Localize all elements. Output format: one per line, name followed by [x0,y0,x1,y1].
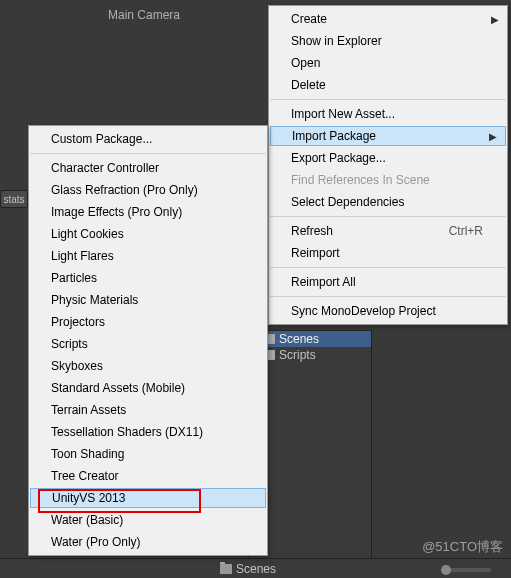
submenu-item-water-basic[interactable]: Water (Basic) [29,509,267,531]
submenu-item-water-pro-only[interactable]: Water (Pro Only) [29,531,267,553]
menu-item-reimport-all[interactable]: Reimport All [269,271,507,293]
menu-item-label: Character Controller [51,161,159,175]
submenu-item-image-effects-pro-only[interactable]: Image Effects (Pro Only) [29,201,267,223]
menu-item-show-in-explorer[interactable]: Show in Explorer [269,30,507,52]
submenu-item-particles[interactable]: Particles [29,267,267,289]
menu-item-create[interactable]: Create▶ [269,8,507,30]
menu-item-shortcut: Ctrl+R [419,224,483,238]
menu-item-reimport[interactable]: Reimport [269,242,507,264]
submenu-item-light-cookies[interactable]: Light Cookies [29,223,267,245]
menu-item-import-package[interactable]: Import Package▶ [270,126,506,146]
submenu-item-standard-assets-mobile[interactable]: Standard Assets (Mobile) [29,377,267,399]
menu-item-label: Select Dependencies [291,195,404,209]
menu-item-label: Open [291,56,320,70]
folder-icon [220,564,232,574]
menu-item-label: Refresh [291,224,333,238]
context-menu-import-package: Custom Package...Character ControllerGla… [28,125,268,556]
menu-separator [270,99,506,100]
menu-item-label: Tree Creator [51,469,119,483]
zoom-slider[interactable] [441,568,491,572]
menu-item-label: Toon Shading [51,447,124,461]
submenu-item-projectors[interactable]: Projectors [29,311,267,333]
menu-item-label: Reimport All [291,275,356,289]
menu-item-refresh[interactable]: RefreshCtrl+R [269,220,507,242]
menu-separator [30,153,266,154]
submenu-arrow-icon: ▶ [489,131,497,142]
menu-item-label: Import Package [292,129,376,143]
menu-item-open[interactable]: Open [269,52,507,74]
submenu-item-tessellation-shaders-dx11[interactable]: Tessellation Shaders (DX11) [29,421,267,443]
submenu-item-skyboxes[interactable]: Skyboxes [29,355,267,377]
menu-item-sync-monodevelop-project[interactable]: Sync MonoDevelop Project [269,300,507,322]
submenu-item-physic-materials[interactable]: Physic Materials [29,289,267,311]
menu-item-delete[interactable]: Delete [269,74,507,96]
menu-item-label: Particles [51,271,97,285]
submenu-item-unityvs-2013[interactable]: UnityVS 2013 [30,488,266,508]
menu-item-label: Create [291,12,327,26]
menu-item-label: Projectors [51,315,105,329]
menu-separator [270,267,506,268]
submenu-item-scripts[interactable]: Scripts [29,333,267,355]
submenu-arrow-icon: ▶ [491,14,499,25]
menu-item-label: Image Effects (Pro Only) [51,205,182,219]
menu-separator [270,216,506,217]
menu-item-label: Standard Assets (Mobile) [51,381,185,395]
menu-item-label: Reimport [291,246,340,260]
bottom-bar: Scenes [0,558,511,578]
submenu-item-glass-refraction-pro-only[interactable]: Glass Refraction (Pro Only) [29,179,267,201]
menu-item-label: Tessellation Shaders (DX11) [51,425,203,439]
breadcrumb-path[interactable]: Scenes [236,562,276,576]
stats-button[interactable]: stats [0,190,28,208]
menu-item-label: Scripts [51,337,88,351]
submenu-item-tree-creator[interactable]: Tree Creator [29,465,267,487]
submenu-item-character-controller[interactable]: Character Controller [29,157,267,179]
submenu-item-light-flares[interactable]: Light Flares [29,245,267,267]
menu-item-label: Find References In Scene [291,173,430,187]
menu-item-label: Delete [291,78,326,92]
menu-item-label: Light Cookies [51,227,124,241]
menu-separator [270,296,506,297]
menu-item-label: Light Flares [51,249,114,263]
folder-label: Scripts [279,348,316,362]
folder-label: Scenes [279,332,319,346]
menu-item-label: Sync MonoDevelop Project [291,304,436,318]
menu-item-label: UnityVS 2013 [52,491,125,505]
menu-item-label: Glass Refraction (Pro Only) [51,183,198,197]
watermark: @51CTO博客 [422,538,503,556]
menu-item-label: Water (Pro Only) [51,535,141,549]
hierarchy-item-main-camera[interactable]: Main Camera [108,8,180,22]
menu-item-label: Physic Materials [51,293,138,307]
zoom-slider-thumb[interactable] [441,565,451,575]
menu-item-label: Terrain Assets [51,403,126,417]
submenu-item-terrain-assets[interactable]: Terrain Assets [29,399,267,421]
menu-item-label: Export Package... [291,151,386,165]
menu-item-find-references-in-scene: Find References In Scene [269,169,507,191]
menu-item-label: Custom Package... [51,132,152,146]
menu-item-select-dependencies[interactable]: Select Dependencies [269,191,507,213]
submenu-item-custom-package[interactable]: Custom Package... [29,128,267,150]
menu-item-label: Water (Basic) [51,513,123,527]
menu-item-label: Show in Explorer [291,34,382,48]
menu-item-label: Import New Asset... [291,107,395,121]
submenu-item-toon-shading[interactable]: Toon Shading [29,443,267,465]
menu-item-import-new-asset[interactable]: Import New Asset... [269,103,507,125]
menu-item-export-package[interactable]: Export Package... [269,147,507,169]
context-menu-main: Create▶Show in ExplorerOpenDeleteImport … [268,5,508,325]
menu-item-label: Skyboxes [51,359,103,373]
